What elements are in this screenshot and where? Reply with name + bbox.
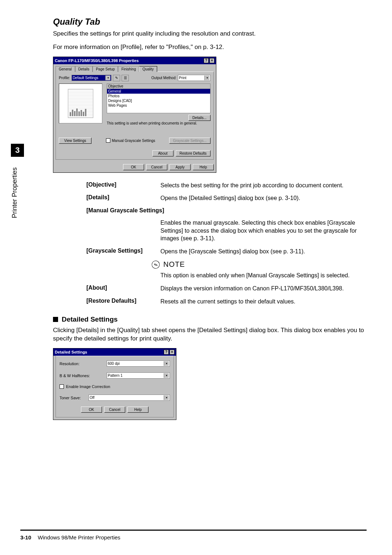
enable-image-correction-label: Enable Image Correction — [66, 384, 110, 389]
page-number: 3-10 — [20, 534, 31, 540]
halftones-label: B & W Halftones: — [60, 374, 107, 378]
output-method-label: Output Method: — [151, 76, 176, 80]
def-objective-text: Selects the best setting for the print j… — [160, 181, 367, 189]
help-icon[interactable]: ? — [204, 58, 209, 63]
intro-paragraph-2: For more information on [Profile], refer… — [53, 43, 367, 52]
manual-grayscale-checkbox[interactable] — [106, 138, 110, 143]
view-settings-button[interactable]: View Settings — [59, 138, 91, 144]
objective-listbox[interactable]: Objective General Photos Designs [CAD] W… — [107, 83, 211, 113]
output-method-value: Print — [179, 76, 187, 80]
sub-paragraph: Clicking [Details] in the [Quality] tab … — [53, 326, 367, 343]
titlebar: Canon FP-L170/MF350/L380/L398 Properties… — [53, 57, 216, 64]
objective-item-designs[interactable]: Designs [CAD] — [107, 98, 210, 103]
chevron-down-icon[interactable]: ▾ — [164, 395, 169, 400]
toner-save-label: Toner Save: — [60, 396, 89, 400]
dialog2-title: Detailed Settings — [55, 350, 87, 354]
chevron-down-icon[interactable]: ▾ — [164, 361, 169, 366]
def-grayscale-label: [Grayscale Settings] — [86, 248, 152, 254]
halftones-value: Pattern 1 — [108, 374, 123, 378]
page-footer: 3-10 Windows 98/Me Printer Properties — [20, 530, 367, 540]
chevron-down-icon[interactable]: ▾ — [105, 76, 110, 80]
tab-finishing[interactable]: Finishing — [118, 66, 139, 72]
enable-image-correction-checkbox[interactable] — [60, 384, 64, 389]
grayscale-settings-button: Grayscale Settings... — [169, 138, 211, 144]
close-icon[interactable]: × — [170, 350, 175, 355]
resolution-label: Resolution: — [60, 362, 107, 366]
def-about-label: [About] — [86, 285, 152, 291]
profile-edit-icon[interactable]: ☰ — [122, 75, 129, 81]
profile-label: Profile: — [59, 76, 70, 80]
profile-value: Default Settings — [73, 76, 98, 80]
close-icon[interactable]: × — [209, 58, 215, 63]
details-button[interactable]: Details... — [188, 115, 211, 121]
resolution-value: 600 dpi — [108, 362, 120, 366]
dialog-title: Canon FP-L170/MF350/L380/L398 Properties — [55, 58, 139, 63]
tab-general[interactable]: General — [56, 66, 75, 72]
definitions-list: [Objective] Selects the best setting for… — [86, 181, 367, 305]
ok-button[interactable]: OK — [123, 164, 144, 170]
profile-add-icon[interactable]: ✎ — [113, 75, 120, 81]
def-objective-label: [Objective] — [86, 181, 152, 188]
objective-item-general[interactable]: General — [107, 89, 210, 94]
toner-save-combo[interactable]: Off ▾ — [89, 395, 170, 401]
halftones-combo[interactable]: Pattern 1 ▾ — [107, 372, 170, 379]
note-text: This option is enabled only when [Manual… — [160, 272, 367, 279]
note-block: ✎ NOTE — [152, 260, 367, 269]
objective-group-label: Objective — [107, 84, 210, 89]
manual-grayscale-label: Manual Grayscale Settings — [112, 139, 155, 143]
output-method-combo[interactable]: Print ▾ — [178, 75, 211, 81]
def-restore-text: Resets all the current settings to their… — [160, 298, 367, 306]
help-button[interactable]: Help — [127, 407, 148, 413]
properties-dialog: Canon FP-L170/MF350/L380/L398 Properties… — [53, 57, 216, 173]
resolution-combo[interactable]: 600 dpi ▾ — [107, 360, 170, 367]
objective-item-web[interactable]: Web Pages — [107, 103, 210, 108]
side-label: Printer Properties — [11, 162, 19, 224]
help-button[interactable]: Help — [193, 164, 214, 170]
def-about-text: Displays the version information on Cano… — [160, 285, 367, 293]
def-manual-label: [Manual Grayscale Settings] — [86, 207, 164, 214]
ok-button[interactable]: OK — [81, 407, 102, 413]
tab-page-setup[interactable]: Page Setup — [93, 66, 118, 72]
chevron-down-icon[interactable]: ▾ — [164, 373, 169, 378]
def-details-text: Opens the [Detailed Settings] dialog box… — [160, 194, 367, 202]
intro-paragraph-1: Specifies the settings for print quality… — [53, 30, 367, 38]
detailed-settings-dialog: Detailed Settings ? × Resolution: 600 dp… — [53, 348, 176, 420]
def-grayscale-text: Opens the [Grayscale Settings] dialog bo… — [160, 248, 367, 256]
apply-button[interactable]: Apply — [170, 164, 191, 170]
chapter-side-tab: 3 Printer Properties — [11, 144, 24, 242]
section-title: Quality Tab — [53, 17, 367, 27]
tab-details[interactable]: Details — [75, 66, 93, 72]
help-icon[interactable]: ? — [164, 350, 169, 355]
tab-row: General Details Page Setup Finishing Qua… — [53, 64, 216, 72]
objective-hint: This setting is used when printing docum… — [107, 121, 211, 125]
running-head: Windows 98/Me Printer Properties — [38, 534, 121, 540]
cancel-button[interactable]: Cancel — [104, 407, 125, 413]
toner-save-value: Off — [90, 396, 94, 400]
def-manual-text: Enables the manual grayscale. Selecting … — [160, 219, 367, 242]
profile-combo[interactable]: Default Settings ▾ — [72, 75, 111, 81]
note-word: NOTE — [163, 260, 185, 269]
def-restore-label: [Restore Defaults] — [86, 298, 152, 304]
restore-defaults-button[interactable]: Restore Defaults — [176, 150, 211, 156]
tab-quality[interactable]: Quality — [139, 66, 157, 72]
def-details-label: [Details] — [86, 194, 152, 201]
titlebar: Detailed Settings ? × — [53, 348, 176, 356]
chapter-number: 3 — [11, 144, 24, 157]
note-icon: ✎ — [151, 260, 161, 270]
preview-pane — [59, 83, 102, 123]
cancel-button[interactable]: Cancel — [146, 164, 167, 170]
objective-item-photos[interactable]: Photos — [107, 94, 210, 98]
about-button[interactable]: About — [152, 150, 173, 156]
chevron-down-icon[interactable]: ▾ — [204, 76, 209, 80]
sub-heading: Detailed Settings — [53, 315, 367, 323]
